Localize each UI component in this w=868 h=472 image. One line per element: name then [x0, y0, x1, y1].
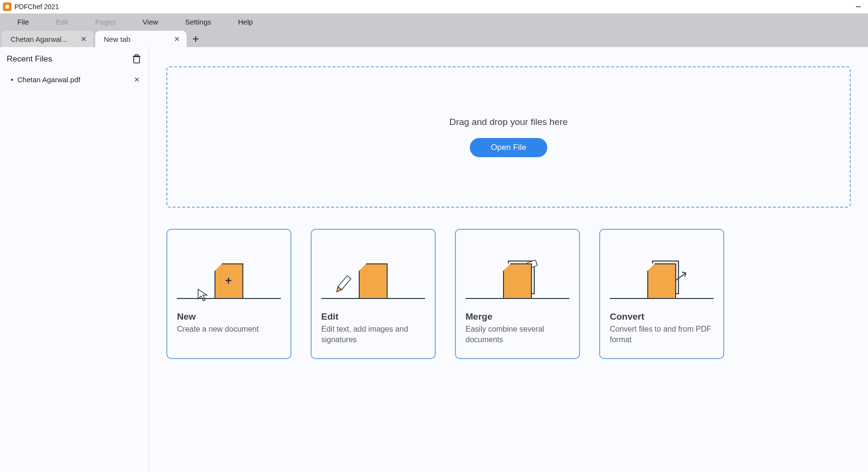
edit-document-icon: [321, 241, 425, 299]
svg-rect-7: [134, 57, 139, 63]
tabbar: Chetan Agarwal... New tab: [0, 31, 868, 47]
tab-label: Chetan Agarwal...: [11, 35, 75, 43]
bullet-icon: •: [7, 75, 17, 84]
trash-icon[interactable]: [131, 54, 142, 64]
app-icon: [3, 2, 12, 11]
merge-documents-icon: [465, 241, 569, 299]
tab-document[interactable]: Chetan Agarwal...: [2, 31, 93, 47]
new-tab-button[interactable]: [189, 31, 203, 47]
tab-close-button[interactable]: [79, 34, 88, 44]
card-edit[interactable]: Edit Edit text, add images and signature…: [311, 229, 436, 359]
svg-marker-12: [198, 289, 207, 301]
recent-file-item[interactable]: • Chetan Agarwal.pdf: [4, 71, 145, 87]
card-new[interactable]: + New Create a new document: [166, 229, 291, 359]
card-convert[interactable]: Convert Convert files to and from PDF fo…: [599, 229, 724, 359]
tab-label: New tab: [104, 35, 168, 43]
dropzone-text: Drag and drop your files here: [449, 117, 567, 127]
card-merge[interactable]: Merge Easily combine several documents: [455, 229, 580, 359]
menubar: File Edit Pages View Settings Help: [0, 13, 868, 31]
content-area: Recent Files • Chetan Agarwal.pdf Drag a…: [0, 47, 868, 472]
card-title: Edit: [321, 311, 425, 322]
dropzone[interactable]: Drag and drop your files here Open File: [166, 66, 851, 208]
menu-settings[interactable]: Settings: [172, 13, 225, 31]
tab-newtab[interactable]: New tab: [95, 31, 187, 47]
card-desc: Easily combine several documents: [465, 324, 569, 345]
recent-file-name: Chetan Agarwal.pdf: [17, 75, 131, 84]
action-cards: + New Create a new document Edit Edit te…: [166, 229, 851, 359]
card-desc: Create a new document: [177, 324, 281, 335]
menu-file[interactable]: File: [4, 13, 42, 31]
card-title: Convert: [610, 311, 714, 322]
menu-edit: Edit: [42, 13, 82, 31]
card-title: New: [177, 311, 281, 322]
recent-files-title: Recent Files: [7, 54, 52, 64]
menu-pages: Pages: [82, 13, 129, 31]
sidebar-header: Recent Files: [4, 54, 145, 71]
menu-view[interactable]: View: [129, 13, 172, 31]
window-minimize-button[interactable]: [852, 1, 865, 12]
recent-file-remove-button[interactable]: [131, 74, 142, 85]
open-file-button[interactable]: Open File: [470, 138, 548, 157]
main-panel: Drag and drop your files here Open File …: [149, 47, 868, 472]
svg-rect-9: [135, 55, 138, 56]
card-desc: Edit text, add images and signatures: [321, 324, 425, 345]
svg-rect-13: [338, 275, 351, 289]
sidebar: Recent Files • Chetan Agarwal.pdf: [0, 47, 149, 472]
titlebar: PDFChef 2021: [0, 0, 868, 13]
app-title: PDFChef 2021: [14, 3, 59, 11]
card-title: Merge: [465, 311, 569, 322]
tab-close-button[interactable]: [172, 34, 182, 44]
menu-help[interactable]: Help: [225, 13, 266, 31]
card-desc: Convert files to and from PDF format: [610, 324, 714, 345]
convert-document-icon: [610, 241, 714, 299]
new-document-icon: +: [177, 241, 281, 299]
